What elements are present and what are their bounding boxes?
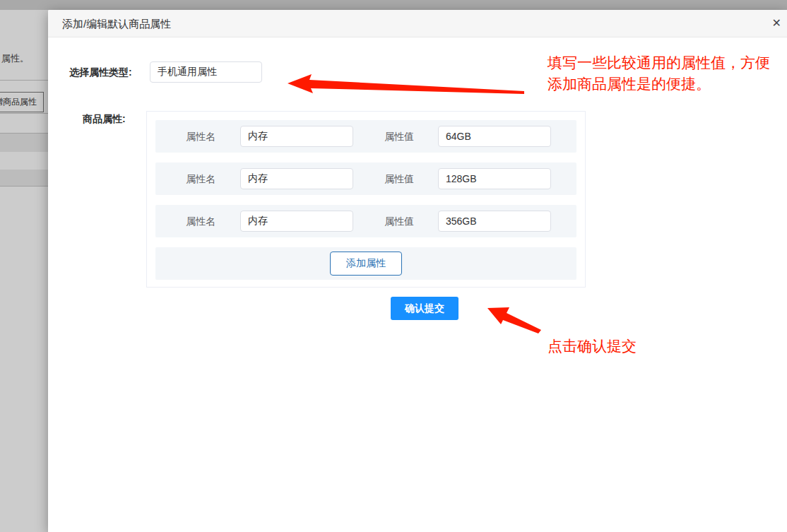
attr-value-input[interactable] [438, 168, 551, 189]
attr-value-label: 属性值 [384, 162, 414, 195]
confirm-submit-button[interactable]: 确认提交 [391, 297, 458, 320]
attribute-row: 属性名 属性值 [155, 120, 576, 153]
attr-name-input[interactable] [240, 168, 353, 189]
add-attribute-row: 添加属性 [155, 247, 576, 280]
modal-title: 添加/编辑默认商品属性 [62, 10, 171, 37]
attribute-type-label: 选择属性类型: [69, 66, 132, 79]
attr-name-label: 属性名 [186, 120, 215, 153]
attribute-row: 属性名 属性值 [155, 205, 576, 237]
attr-name-input[interactable] [240, 126, 353, 147]
screen: 属性。 新增商品属性 添加/编辑默认商品属性 ✕ 选择属性类型: 商品属性: 属… [0, 0, 787, 532]
attr-name-label: 属性名 [186, 162, 215, 195]
attr-name-input[interactable] [240, 211, 353, 232]
add-attribute-button[interactable]: 添加属性 [330, 252, 402, 276]
attr-name-label: 属性名 [186, 205, 215, 237]
attr-value-input[interactable] [438, 211, 551, 232]
product-attributes-label: 商品属性: [83, 113, 126, 126]
close-icon[interactable]: ✕ [771, 17, 783, 30]
attribute-row: 属性名 属性值 [155, 162, 576, 195]
modal-add-edit-default-attributes: 添加/编辑默认商品属性 ✕ 选择属性类型: 商品属性: 属性名 属性值 属性名 … [48, 10, 787, 532]
attr-value-label: 属性值 [384, 120, 414, 153]
attributes-box: 属性名 属性值 属性名 属性值 属性名 属性值 添加属性 [146, 111, 586, 288]
attribute-type-input[interactable] [150, 61, 262, 83]
attr-value-label: 属性值 [384, 205, 414, 237]
modal-header: 添加/编辑默认商品属性 ✕ [48, 10, 787, 37]
attr-value-input[interactable] [438, 126, 551, 147]
